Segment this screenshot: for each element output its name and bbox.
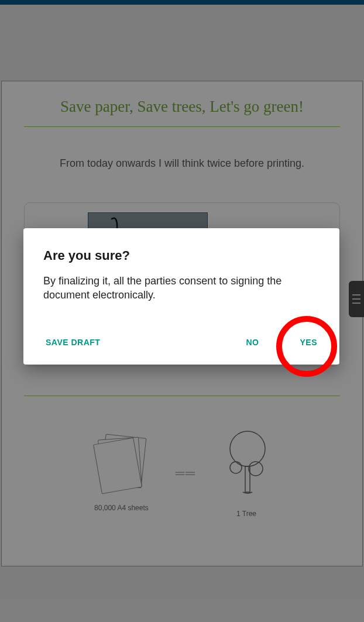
save-draft-button[interactable]: SAVE DRAFT xyxy=(43,334,102,350)
dialog-title: Are you sure? xyxy=(43,248,320,263)
confirm-dialog: Are you sure? By finalizing it, all the … xyxy=(23,228,339,365)
yes-button[interactable]: YES xyxy=(297,334,320,350)
dialog-body: By finalizing it, all the parties consen… xyxy=(43,274,320,303)
dialog-actions: SAVE DRAFT NO YES xyxy=(43,334,320,350)
no-button[interactable]: NO xyxy=(243,334,261,350)
